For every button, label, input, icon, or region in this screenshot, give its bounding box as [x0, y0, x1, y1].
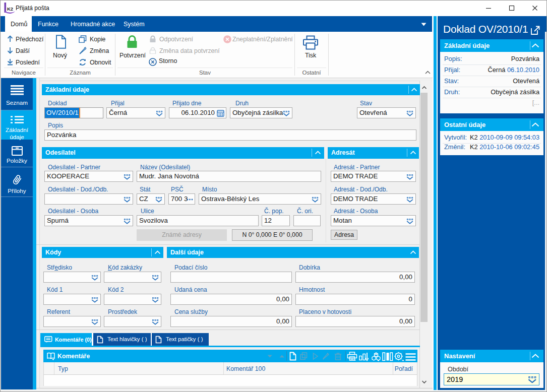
svg-text:K2: K2 [7, 6, 13, 12]
